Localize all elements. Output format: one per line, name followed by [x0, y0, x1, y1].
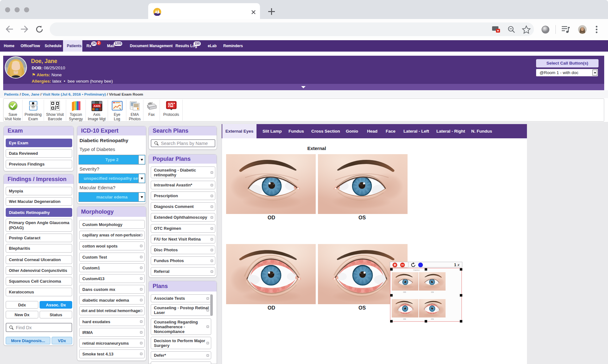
svg-text:AXIS: AXIS [93, 104, 100, 108]
